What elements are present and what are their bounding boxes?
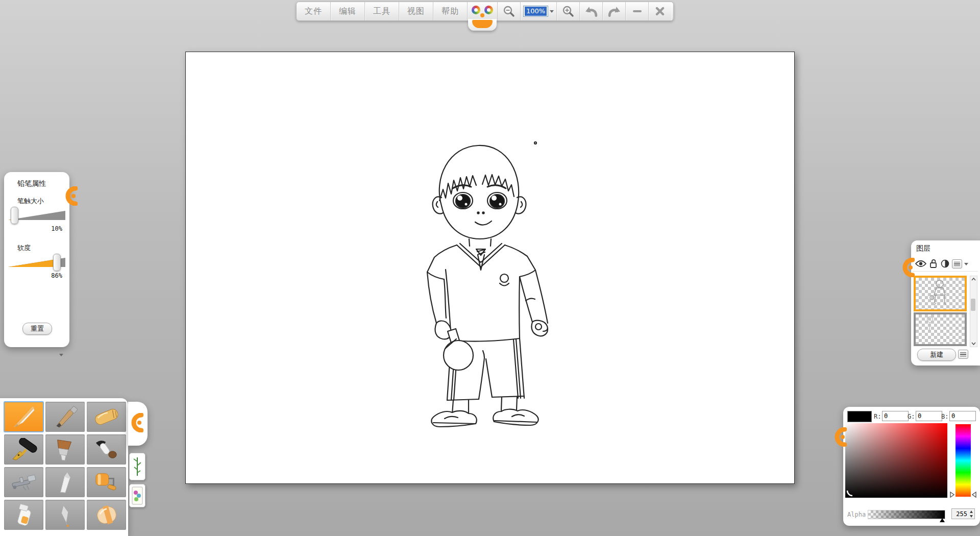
paint-roller-icon	[90, 471, 123, 494]
fountain-pen-icon	[8, 438, 40, 461]
sharp-pencil-icon	[8, 405, 40, 429]
app-background: 文件 编辑 工具 视图 帮助 100%	[0, 0, 980, 536]
alpha-value-spinner[interactable]: 255	[951, 508, 975, 519]
softness-value: 86%	[51, 272, 62, 279]
blue-input[interactable]	[949, 411, 976, 421]
flat-brush-icon	[49, 438, 82, 461]
menu-view[interactable]: 视图	[399, 2, 433, 20]
zoom-out-icon	[503, 5, 515, 17]
app-logo-clown-icon[interactable]	[468, 2, 498, 20]
softness-handle[interactable]	[53, 254, 61, 271]
layer-lock-icon[interactable]	[929, 259, 937, 268]
clown-right-eye-icon	[484, 6, 493, 14]
scroll-down-arrow[interactable]	[970, 340, 977, 347]
pencil-panel-drag-handle[interactable]	[65, 186, 78, 206]
red-label: R:	[874, 413, 881, 420]
tool-flat-brush[interactable]	[45, 434, 85, 465]
reset-button[interactable]: 重置	[22, 323, 52, 335]
red-input[interactable]	[882, 411, 909, 421]
redo-icon	[607, 6, 621, 17]
tool-fountain-pen[interactable]	[4, 434, 43, 465]
tool-palette-knife[interactable]	[45, 467, 85, 497]
drawing-canvas[interactable]	[185, 52, 795, 484]
brush-size-handle[interactable]	[11, 207, 18, 224]
zoom-dropdown-arrow-icon[interactable]	[550, 10, 554, 13]
hue-strip[interactable]	[955, 424, 971, 497]
ink-brush-icon	[90, 438, 123, 461]
tool-palette-tab	[128, 402, 148, 446]
softness-slider[interactable]	[8, 256, 65, 271]
boy-table-tennis-drawing	[419, 138, 562, 434]
menu-tools[interactable]: 工具	[365, 2, 399, 20]
alpha-marker[interactable]	[939, 518, 945, 522]
alpha-label: Alpha	[847, 511, 866, 518]
layer-list-arrow-icon[interactable]	[59, 354, 63, 356]
new-layer-button[interactable]: 新建	[917, 349, 956, 361]
zoom-in-icon	[562, 5, 574, 17]
hue-marker-left[interactable]	[950, 492, 954, 498]
tool-sharp-pencil[interactable]	[4, 402, 43, 432]
stamp-picture-icon	[132, 486, 143, 505]
layer-list-button[interactable]	[958, 350, 968, 359]
stamp-tab-button[interactable]	[129, 484, 145, 507]
color-picker-panel: R: G: B: Alpha 255	[843, 407, 980, 526]
liner-brush-icon	[49, 503, 82, 527]
layer-visibility-eye-icon[interactable]	[915, 260, 926, 267]
main-toolbar: 文件 编辑 工具 视图 帮助 100%	[296, 2, 674, 21]
divider	[913, 271, 978, 272]
tool-paint-roller[interactable]	[87, 467, 126, 497]
layers-panel: 图层	[911, 240, 980, 366]
tool-liner-brush[interactable]	[45, 500, 85, 530]
layer-menu-button[interactable]	[952, 259, 962, 269]
paint-bottle-icon	[8, 503, 40, 527]
scrollbar-thumb[interactable]	[971, 299, 975, 311]
minimize-button[interactable]	[626, 2, 649, 20]
layer-opacity-icon[interactable]	[941, 259, 949, 268]
brush-size-slider[interactable]	[8, 209, 65, 224]
bamboo-plant-icon	[131, 455, 143, 478]
menu-edit[interactable]: 编辑	[331, 2, 365, 20]
menu-help[interactable]: 帮助	[433, 2, 468, 20]
tool-palette-drag-handle[interactable]	[131, 413, 143, 432]
redo-button[interactable]	[603, 2, 626, 20]
alpha-slider[interactable]	[868, 510, 945, 519]
undo-button[interactable]	[580, 2, 603, 20]
layers-panel-title: 图层	[916, 244, 930, 253]
color-panel-drag-handle[interactable]	[835, 427, 847, 447]
zoom-level-value: 100%	[525, 7, 547, 16]
tool-airbrush[interactable]	[4, 467, 43, 497]
close-icon	[655, 7, 665, 16]
minimize-icon	[633, 10, 642, 12]
zoom-in-button[interactable]	[557, 2, 580, 20]
tool-paint-bottle[interactable]	[4, 500, 43, 530]
nature-brush-tab-button[interactable]	[129, 453, 145, 480]
palette-knife-icon	[49, 471, 82, 494]
pencil-panel-title: 铅笔属性	[17, 179, 46, 188]
layer-2-thumbnail[interactable]	[914, 312, 967, 346]
zoom-out-button[interactable]	[498, 2, 521, 20]
tool-crayon[interactable]	[87, 402, 126, 432]
clown-nose-icon	[480, 13, 484, 17]
tool-wooden-pencil[interactable]	[45, 402, 85, 432]
scroll-up-arrow[interactable]	[970, 276, 977, 282]
green-input[interactable]	[916, 411, 942, 421]
layer-1-thumbnail[interactable]	[914, 276, 967, 311]
close-button[interactable]	[649, 2, 671, 20]
alpha-spin-down[interactable]	[969, 514, 973, 518]
hue-marker-right[interactable]	[972, 492, 976, 498]
pencil-properties-panel: 铅笔属性 笔触大小 10% 软度 86% 重置	[4, 172, 69, 347]
alpha-value: 255	[956, 510, 967, 518]
alpha-spin-up[interactable]	[969, 509, 973, 514]
tool-eraser[interactable]	[87, 500, 126, 530]
menu-file[interactable]: 文件	[297, 2, 331, 20]
zoom-level-select[interactable]: 100%	[521, 2, 557, 20]
airbrush-icon	[8, 471, 40, 494]
layer-menu-arrow-icon[interactable]	[964, 263, 968, 265]
tool-ink-brush[interactable]	[87, 434, 126, 465]
current-color-swatch[interactable]	[847, 411, 872, 422]
softness-label: 软度	[17, 243, 31, 253]
layers-scrollbar[interactable]	[970, 276, 977, 347]
layers-panel-drag-handle[interactable]	[902, 258, 915, 277]
saturation-value-picker[interactable]	[845, 423, 947, 498]
green-label: G:	[908, 413, 915, 420]
